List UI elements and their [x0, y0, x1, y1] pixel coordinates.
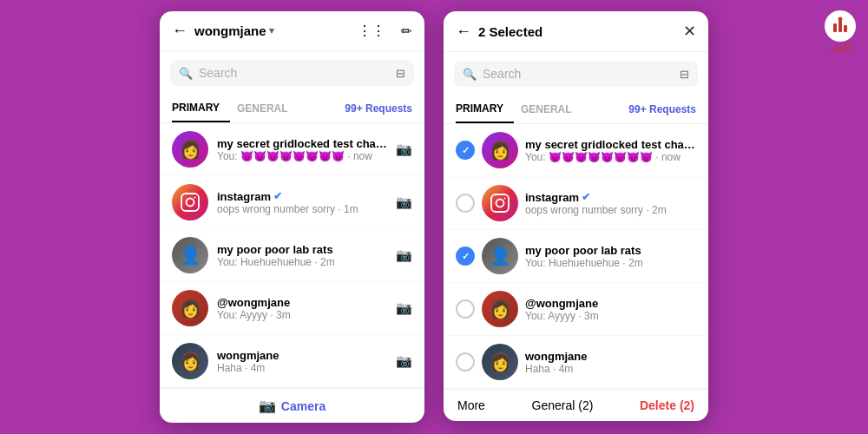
- msg-name: @wongmjane: [525, 297, 696, 310]
- msg-preview: oops wrong number sorry · 2m: [525, 204, 696, 216]
- camera-icon: 📷: [396, 300, 412, 316]
- filter-icon-right[interactable]: ⊟: [680, 68, 689, 81]
- msg-content: wongmjane Haha · 4m: [525, 350, 696, 375]
- message-item[interactable]: 👤 my poor poor lab rats You: Huehuehuehu…: [160, 229, 424, 282]
- svg-rect-3: [844, 25, 847, 32]
- search-icon-right: 🔍: [463, 68, 477, 81]
- svg-point-0: [838, 17, 843, 22]
- svg-point-9: [504, 198, 506, 200]
- message-item[interactable]: instagram ✔ oops wrong number sorry · 2m: [444, 177, 708, 230]
- msg-content: wongmjane Haha · 4m: [217, 349, 387, 374]
- check-icon: ✓: [462, 251, 470, 262]
- message-item[interactable]: ✓ 👩 my secret gridlocked test chamber Yo…: [444, 124, 708, 177]
- selected-title: 2 Selected: [478, 24, 676, 39]
- selection-circle[interactable]: ✓: [456, 247, 475, 266]
- instagram-logo-icon: [180, 192, 201, 213]
- msg-content: my poor poor lab rats You: Huehuehuehue …: [525, 244, 696, 269]
- logo-icon: [825, 10, 856, 42]
- tab-general-right[interactable]: GENERAL: [514, 96, 582, 122]
- svg-rect-1: [833, 23, 837, 32]
- msg-name: my secret gridlocked test chamber: [217, 137, 387, 150]
- tabs-right: PRIMARY GENERAL 99+ Requests: [444, 95, 708, 124]
- chevron-down-icon: ▾: [269, 25, 274, 36]
- check-icon: ✓: [462, 145, 470, 156]
- msg-content: @wongmjane You: Ayyyy · 3m: [525, 297, 696, 322]
- msg-name: instagram ✔: [525, 191, 696, 204]
- svg-point-6: [194, 197, 196, 199]
- search-placeholder-left[interactable]: Search: [199, 66, 390, 80]
- requests-link-right[interactable]: 99+ Requests: [628, 103, 696, 115]
- camera-icon: 📷: [396, 353, 412, 369]
- back-button-right[interactable]: ←: [456, 23, 471, 41]
- verified-badge: ✔: [273, 190, 282, 202]
- logo-text: آکتباز: [831, 43, 850, 53]
- avatar: 👩: [172, 290, 208, 326]
- close-button[interactable]: ✕: [683, 22, 696, 41]
- message-item[interactable]: 👩 wongmjane Haha · 4m: [444, 336, 708, 389]
- msg-content: @wongmjane You: Ayyyy · 3m: [217, 296, 387, 321]
- avatar: 👩: [172, 343, 208, 379]
- compose-icon[interactable]: ✏: [401, 23, 412, 39]
- menu-icon[interactable]: ⋮⋮: [358, 23, 385, 39]
- username-title[interactable]: wongmjane ▾: [194, 23, 351, 38]
- svg-point-5: [187, 199, 194, 207]
- msg-preview: Haha · 4m: [217, 362, 387, 374]
- msg-content: my secret gridlocked test chamber You: 😈…: [525, 138, 696, 163]
- msg-name: my poor poor lab rats: [525, 244, 696, 257]
- verified-badge: ✔: [582, 191, 590, 203]
- msg-preview: You: Huehuehuehue · 2m: [217, 256, 387, 268]
- camera-bar-label: Camera: [281, 399, 326, 413]
- msg-content: instagram ✔ oops wrong number sorry · 2m: [525, 191, 696, 216]
- msg-preview: You: 😈😈😈😈😈😈😈😈 · now: [525, 151, 696, 163]
- msg-name: wongmjane: [525, 350, 696, 363]
- message-item[interactable]: 👩 wongmjane Haha · 4m 📷: [160, 335, 424, 388]
- search-bar-left: 🔍 Search ⊟: [170, 60, 414, 86]
- panel-right-header: ← 2 Selected ✕: [444, 11, 708, 52]
- msg-content: instagram ✔ oops wrong number sorry · 1m: [217, 190, 387, 215]
- msg-preview: Haha · 4m: [525, 363, 696, 375]
- msg-content: my poor poor lab rats You: Huehuehuehue …: [217, 243, 387, 268]
- filter-icon-left[interactable]: ⊟: [396, 67, 405, 80]
- back-button-left[interactable]: ←: [172, 22, 187, 40]
- tab-primary-left[interactable]: PRIMARY: [172, 95, 230, 122]
- tab-primary-right[interactable]: PRIMARY: [456, 95, 514, 123]
- svg-point-8: [496, 200, 504, 207]
- msg-name: @wongmjane: [217, 296, 387, 309]
- avatar: [482, 185, 518, 221]
- instagram-logo-icon: [490, 193, 510, 214]
- message-item[interactable]: 👩 my secret gridlocked test chamber You:…: [160, 123, 424, 176]
- logo-area: آکتباز: [825, 10, 856, 53]
- message-item[interactable]: 👩 @wongmjane You: Ayyyy · 3m: [444, 283, 708, 336]
- avatar: 👩: [172, 131, 208, 168]
- svg-rect-7: [491, 194, 509, 212]
- msg-preview: You: Ayyyy · 3m: [217, 309, 387, 321]
- msg-name: my secret gridlocked test chamber: [525, 138, 696, 151]
- msg-name: wongmjane: [217, 349, 387, 362]
- camera-bar[interactable]: 📷 Camera: [160, 388, 424, 423]
- message-item[interactable]: instagram ✔ oops wrong number sorry · 1m…: [160, 176, 424, 229]
- message-list-left: 👩 my secret gridlocked test chamber You:…: [160, 123, 424, 388]
- msg-preview: You: 😈😈😈😈😈😈😈😈 · now: [217, 150, 387, 162]
- svg-rect-4: [181, 194, 199, 211]
- delete-button[interactable]: Delete (2): [640, 398, 694, 412]
- selection-circle[interactable]: [456, 352, 475, 372]
- tabs-left: PRIMARY GENERAL 99+ Requests: [160, 95, 424, 123]
- message-item[interactable]: ✓ 👤 my poor poor lab rats You: Huehuehue…: [444, 230, 708, 283]
- general-button[interactable]: General (2): [532, 398, 594, 412]
- tab-general-left[interactable]: GENERAL: [230, 95, 299, 122]
- more-button[interactable]: More: [457, 398, 485, 412]
- selection-circle[interactable]: [456, 299, 475, 319]
- selection-circle[interactable]: ✓: [456, 141, 475, 160]
- message-item[interactable]: 👩 @wongmjane You: Ayyyy · 3m 📷: [160, 282, 424, 335]
- camera-bar-icon: 📷: [259, 398, 276, 414]
- msg-preview: You: Huehuehuehue · 2m: [525, 257, 696, 269]
- search-placeholder-right[interactable]: Search: [483, 67, 674, 81]
- camera-icon: 📷: [396, 194, 412, 210]
- selection-circle[interactable]: [456, 194, 475, 213]
- avatar: 👩: [482, 344, 518, 380]
- requests-link-left[interactable]: 99+ Requests: [345, 102, 412, 115]
- panel-left-header: ← wongmjane ▾ ⋮⋮ ✏: [160, 11, 424, 51]
- panel-left: ← wongmjane ▾ ⋮⋮ ✏ 🔍 Search ⊟ PRIMARY GE…: [160, 11, 424, 423]
- msg-preview: oops wrong number sorry · 1m: [217, 203, 387, 215]
- msg-preview: You: Ayyyy · 3m: [525, 310, 696, 322]
